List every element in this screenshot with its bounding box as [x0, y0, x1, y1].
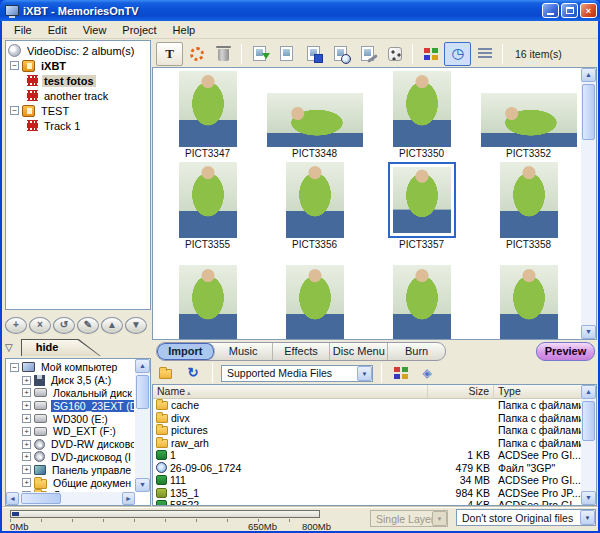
tree-item-test[interactable]: −TEST [6, 103, 150, 118]
photo-thumbnail-pict3356[interactable] [286, 162, 344, 238]
scroll-down-icon[interactable]: ▼ [581, 325, 596, 339]
file-row-cache[interactable]: cacheПапка с файлами [153, 399, 596, 412]
tab-burn[interactable]: Burn [388, 343, 445, 360]
expander-icon[interactable]: + [22, 376, 31, 385]
photo-thumbnail-pict3358[interactable] [500, 162, 558, 238]
file-row-divx[interactable]: divxПапка с файлами [153, 412, 596, 425]
fs-item-sg160-23ext-d[interactable]: +SG160_23EXT (D [6, 399, 134, 412]
file-row-58522[interactable]: 585224 KBACDSee Pro GI... [153, 499, 596, 506]
expander-icon[interactable]: + [22, 452, 31, 461]
computer-tree-hscrollbar[interactable]: ◄ ► [6, 492, 135, 505]
file-row-raw-arh[interactable]: raw_arhПапка с файлами [153, 437, 596, 450]
file-row-26-09-06-1724[interactable]: 26-09-06_1724479 KBФайл "3GP" [153, 462, 596, 475]
expander-icon[interactable]: − [10, 61, 19, 70]
expander-icon[interactable]: − [10, 363, 19, 372]
thumbnail-vscrollbar[interactable]: ▲ ▼ [581, 68, 596, 339]
folder-up-button[interactable] [156, 364, 178, 382]
column-header-size[interactable]: Size [428, 385, 494, 398]
tree-item-test-fotos[interactable]: test fotos [6, 73, 150, 88]
view-thumbnails-button[interactable] [417, 42, 444, 66]
scroll-thumb[interactable] [21, 493, 61, 504]
chevron-down-icon[interactable]: ▼ [357, 366, 372, 381]
tab-disc-menu[interactable]: Disc Menu [330, 343, 388, 360]
text-tool-button[interactable]: T [156, 42, 183, 66]
expander-icon[interactable]: + [22, 440, 31, 449]
scroll-up-icon[interactable]: ▲ [135, 359, 150, 373]
media-filter-combo[interactable]: Supported Media Files ▼ [221, 365, 373, 382]
scroll-track[interactable] [581, 399, 596, 491]
hide-tab[interactable]: hide [21, 339, 103, 356]
scroll-track[interactable] [581, 82, 596, 325]
view-clock-button[interactable]: ◷ [444, 42, 471, 66]
fs-item-wd-ext-f[interactable]: +WD_EXT (F:) [6, 425, 134, 438]
remove-item-button[interactable]: × [29, 317, 51, 334]
photo-thumbnail-pict3347[interactable] [179, 71, 237, 147]
add-item-button[interactable]: + [5, 317, 27, 334]
view-details-button[interactable] [471, 42, 498, 66]
tools-button[interactable] [354, 42, 381, 66]
scroll-right-icon[interactable]: ► [122, 492, 135, 505]
file-row-1[interactable]: 11 KBACDSee Pro GI... [153, 449, 596, 462]
fs-item-общие-докумен[interactable]: +Общие докумен [6, 476, 134, 489]
move-down-button[interactable]: ▼ [125, 317, 147, 334]
scroll-track[interactable] [19, 492, 122, 505]
scroll-track[interactable] [135, 373, 150, 478]
duplicate-item-button[interactable] [273, 42, 300, 66]
computer-tree-vscrollbar[interactable]: ▲ ▼ [135, 359, 150, 492]
scroll-down-icon[interactable]: ▼ [581, 491, 596, 505]
column-header-name[interactable]: Name ▴ [153, 385, 428, 398]
fs-item-dvd-дисковод-i[interactable]: +DVD-дисковод (I [6, 451, 134, 464]
file-view-thumbnails-button[interactable] [390, 364, 412, 382]
expander-icon[interactable]: + [22, 401, 31, 410]
close-button[interactable]: × [580, 3, 597, 18]
delete-button[interactable] [210, 42, 237, 66]
fs-item-диск-3-5-a[interactable]: +Диск 3,5 (A:) [6, 374, 134, 387]
photo-thumbnail[interactable] [286, 265, 344, 340]
tree-item-another-track[interactable]: another track [6, 88, 150, 103]
expander-icon[interactable]: + [22, 478, 31, 487]
tree-item-track-1[interactable]: Track 1 [6, 118, 150, 133]
scroll-up-icon[interactable]: ▲ [581, 68, 596, 82]
expander-icon[interactable]: − [10, 106, 19, 115]
photo-thumbnail-pict3357[interactable] [393, 167, 451, 233]
settings-button[interactable] [183, 42, 210, 66]
refresh-button[interactable]: ↻ [182, 364, 204, 382]
scroll-up-icon[interactable]: ▲ [581, 385, 596, 399]
file-row-135-1[interactable]: 135_1984 KBACDSee Pro JP... [153, 487, 596, 500]
expander-icon[interactable]: + [22, 414, 31, 423]
tab-music[interactable]: Music [215, 343, 273, 360]
tree-item-ixbt[interactable]: −iXBT [6, 58, 150, 73]
expander-icon[interactable]: + [22, 465, 31, 474]
chevron-down-icon[interactable]: ▼ [580, 510, 595, 525]
rotate-item-button[interactable]: ↺ [53, 317, 75, 334]
menu-item-file[interactable]: File [6, 22, 40, 38]
store-original-select[interactable]: Don't store Original files ▼ [456, 509, 596, 526]
minimize-button[interactable] [542, 3, 559, 18]
photo-thumbnail[interactable] [500, 265, 558, 340]
expander-icon[interactable]: + [22, 388, 31, 397]
import-files-button[interactable] [246, 42, 273, 66]
menu-item-help[interactable]: Help [165, 22, 204, 38]
collapse-triangle-icon[interactable]: ▽ [5, 342, 13, 353]
file-list-vscrollbar[interactable]: ▲ ▼ [581, 385, 596, 505]
expander-icon[interactable]: + [22, 427, 31, 436]
photo-thumbnail-pict3355[interactable] [179, 162, 237, 238]
menu-item-edit[interactable]: Edit [40, 22, 75, 38]
file-row-pictures[interactable]: picturesПапка с файлами [153, 424, 596, 437]
file-filter-button[interactable]: ◈ [416, 364, 438, 382]
fs-item-панель-управле[interactable]: +Панель управле [6, 463, 134, 476]
edit-duration-button[interactable] [327, 42, 354, 66]
scroll-down-icon[interactable]: ▼ [135, 478, 150, 492]
scroll-thumb[interactable] [582, 84, 595, 140]
preview-button[interactable]: Preview [536, 342, 595, 361]
scroll-thumb[interactable] [582, 401, 595, 441]
photo-thumbnail-pict3348[interactable] [267, 93, 363, 147]
scroll-left-icon[interactable]: ◄ [6, 492, 19, 505]
maximize-button[interactable] [561, 3, 578, 18]
photo-thumbnail[interactable] [393, 265, 451, 340]
fs-item-dvd-rw-дисково[interactable]: +DVD-RW дисково [6, 438, 134, 451]
photo-thumbnail-pict3350[interactable] [393, 71, 451, 147]
photo-thumbnail-pict3352[interactable] [481, 93, 577, 147]
menu-item-project[interactable]: Project [114, 22, 164, 38]
menu-item-view[interactable]: View [75, 22, 115, 38]
